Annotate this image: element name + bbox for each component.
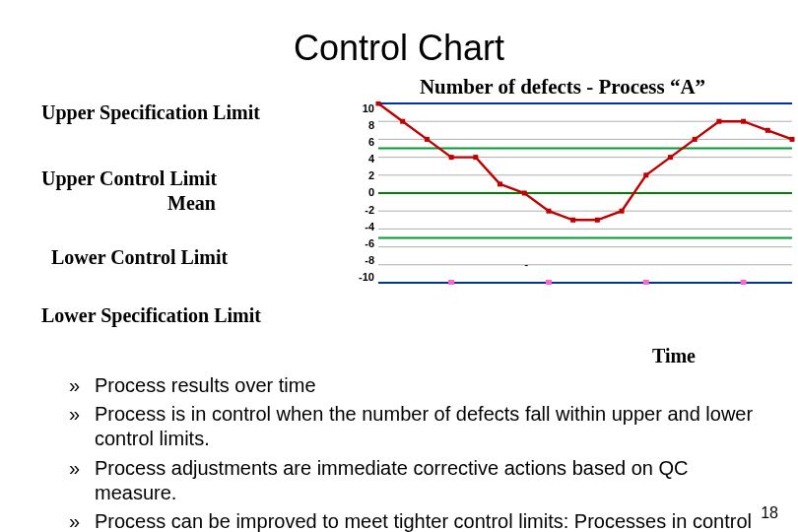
data-line bbox=[378, 103, 792, 220]
ytick: 10 bbox=[349, 103, 374, 114]
limit-labels: Upper Specification Limit Upper Control … bbox=[0, 101, 349, 341]
page-title: Control Chart bbox=[0, 28, 798, 69]
x-axis-label: Time bbox=[0, 345, 798, 367]
ytick: 8 bbox=[349, 120, 374, 131]
data-marker bbox=[790, 137, 795, 142]
pink-marker bbox=[546, 280, 552, 285]
data-marker bbox=[693, 137, 698, 142]
page-number: 18 bbox=[761, 504, 778, 522]
data-marker bbox=[498, 181, 502, 186]
ytick: -6 bbox=[349, 238, 374, 249]
ytick: -2 bbox=[349, 205, 374, 216]
ytick: -4 bbox=[349, 222, 374, 233]
data-marker bbox=[425, 137, 430, 142]
label-usl: Upper Specification Limit bbox=[41, 101, 349, 124]
bullet-item: Process results over time bbox=[69, 373, 755, 398]
dash-annotation: - bbox=[524, 258, 528, 272]
ytick: 4 bbox=[349, 154, 374, 165]
data-marker bbox=[546, 209, 551, 214]
control-chart: - bbox=[374, 101, 796, 285]
label-ucl: Upper Control Limit bbox=[41, 167, 349, 190]
data-marker bbox=[449, 155, 454, 160]
data-marker bbox=[620, 209, 625, 214]
data-marker bbox=[522, 191, 527, 196]
pink-marker bbox=[741, 280, 747, 285]
data-marker bbox=[376, 101, 381, 106]
ytick: -8 bbox=[349, 255, 374, 266]
data-marker bbox=[595, 218, 600, 223]
ytick: 2 bbox=[349, 170, 374, 181]
ytick: 0 bbox=[349, 187, 374, 198]
data-marker bbox=[741, 119, 746, 124]
chart-title: Number of defects - Process “A” bbox=[339, 75, 786, 100]
data-marker bbox=[570, 218, 575, 223]
bullet-item: Process adjustments are immediate correc… bbox=[69, 456, 755, 505]
data-marker bbox=[716, 119, 721, 124]
bullet-list: Process results over timeProcess is in c… bbox=[69, 373, 755, 532]
ytick: 6 bbox=[349, 137, 374, 148]
ytick: -10 bbox=[349, 272, 374, 283]
y-axis-ticks: 1086420-2-4-6-8-10 bbox=[349, 101, 374, 283]
bullet-item: Process is in control when the number of… bbox=[69, 402, 755, 451]
pink-marker bbox=[448, 280, 454, 285]
data-marker bbox=[473, 155, 478, 160]
data-marker bbox=[643, 172, 648, 177]
data-marker bbox=[765, 128, 770, 133]
data-marker bbox=[668, 155, 673, 160]
pink-marker bbox=[643, 280, 649, 285]
label-lcl: Lower Control Limit bbox=[41, 246, 349, 269]
label-lsl: Lower Specification Limit bbox=[41, 304, 349, 327]
bullet-item: Process can be improved to meet tighter … bbox=[69, 509, 755, 532]
label-mean: Mean bbox=[41, 192, 349, 215]
data-marker bbox=[400, 119, 405, 124]
